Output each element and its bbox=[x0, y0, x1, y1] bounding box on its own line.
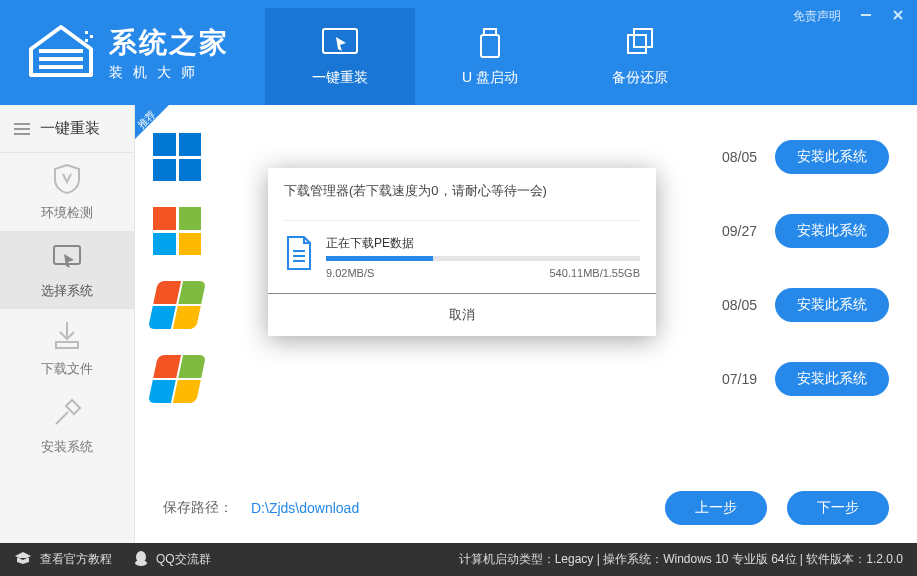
minimize-icon[interactable] bbox=[859, 8, 873, 25]
download-modal: 下载管理器(若下载速度为0，请耐心等待一会) 正在下载PE数据 9.02MB/S… bbox=[268, 168, 656, 336]
copy-icon bbox=[620, 27, 660, 59]
tools-icon bbox=[50, 396, 84, 430]
svg-rect-7 bbox=[634, 29, 652, 47]
windows7-icon bbox=[153, 281, 201, 329]
sidebar: 一键重装 环境检测 选择系统 下载文件 安装系统 bbox=[0, 105, 135, 543]
progress-bar bbox=[326, 256, 640, 261]
windows7-icon bbox=[153, 355, 201, 403]
app-subtitle: 装机大师 bbox=[109, 64, 229, 82]
list-item: 07/19 安装此系统 bbox=[153, 355, 889, 403]
svg-rect-1 bbox=[90, 35, 93, 38]
sidebar-item-download[interactable]: 下载文件 bbox=[0, 309, 134, 387]
modal-body: 正在下载PE数据 9.02MB/S 540.11MB/1.55GB bbox=[268, 210, 656, 293]
download-speed: 9.02MB/S bbox=[326, 267, 374, 279]
usb-icon bbox=[470, 27, 510, 59]
tab-label: 一键重装 bbox=[312, 69, 368, 87]
svg-rect-5 bbox=[481, 35, 499, 57]
modal-title: 下载管理器(若下载速度为0，请耐心等待一会) bbox=[268, 168, 656, 210]
logo-area: 系统之家 装机大师 bbox=[0, 0, 265, 105]
tab-usb-boot[interactable]: U 盘启动 bbox=[415, 8, 565, 105]
tutorial-label: 查看官方教程 bbox=[40, 551, 112, 568]
sidebar-item-env-check[interactable]: 环境检测 bbox=[0, 153, 134, 231]
sidebar-item-label: 选择系统 bbox=[41, 282, 93, 300]
install-button[interactable]: 安装此系统 bbox=[775, 140, 889, 174]
release-date: 07/19 bbox=[597, 371, 757, 387]
graduation-cap-icon bbox=[14, 551, 32, 568]
footer-row: 保存路径： D:\Zjds\download 上一步 下一步 bbox=[163, 491, 889, 525]
disclaimer-link[interactable]: 免责声明 bbox=[793, 8, 841, 25]
header: 系统之家 装机大师 一键重装 U 盘启动 备份还原 免责声明 bbox=[0, 0, 917, 105]
recommend-ribbon: 推荐 bbox=[135, 105, 183, 153]
window-controls: 免责声明 bbox=[793, 8, 905, 25]
hamburger-icon bbox=[14, 123, 30, 135]
sidebar-item-label: 环境检测 bbox=[41, 204, 93, 222]
install-button[interactable]: 安装此系统 bbox=[775, 362, 889, 396]
qq-label: QQ交流群 bbox=[156, 551, 211, 568]
save-path-value[interactable]: D:\Zjds\download bbox=[251, 500, 359, 516]
release-date: 08/05 bbox=[597, 149, 757, 165]
app-title: 系统之家 bbox=[109, 24, 229, 62]
tab-label: 备份还原 bbox=[612, 69, 668, 87]
cancel-button[interactable]: 取消 bbox=[268, 293, 656, 336]
tutorial-link[interactable]: 查看官方教程 bbox=[14, 551, 112, 568]
qq-icon bbox=[134, 550, 148, 569]
download-size: 540.11MB/1.55GB bbox=[549, 267, 640, 279]
sidebar-item-label: 下载文件 bbox=[41, 360, 93, 378]
save-path-label: 保存路径： bbox=[163, 499, 233, 517]
download-task-name: 正在下载PE数据 bbox=[326, 235, 640, 252]
close-icon[interactable] bbox=[891, 8, 905, 25]
logo-text: 系统之家 装机大师 bbox=[109, 24, 229, 82]
sidebar-item-select-system[interactable]: 选择系统 bbox=[0, 231, 134, 309]
file-icon bbox=[284, 235, 314, 271]
status-bar: 查看官方教程 QQ交流群 计算机启动类型：Legacy | 操作系统：Windo… bbox=[0, 543, 917, 576]
download-info: 正在下载PE数据 9.02MB/S 540.11MB/1.55GB bbox=[326, 235, 640, 279]
system-info: 计算机启动类型：Legacy | 操作系统：Windows 10 专业版 64位… bbox=[459, 551, 903, 568]
download-task: 正在下载PE数据 9.02MB/S 540.11MB/1.55GB bbox=[284, 220, 640, 279]
select-icon bbox=[50, 240, 84, 274]
shield-icon bbox=[50, 162, 84, 196]
logo-icon bbox=[25, 21, 97, 85]
prev-button[interactable]: 上一步 bbox=[665, 491, 767, 525]
tab-label: U 盘启动 bbox=[462, 69, 518, 87]
cursor-icon bbox=[320, 27, 360, 59]
install-button[interactable]: 安装此系统 bbox=[775, 214, 889, 248]
sidebar-title[interactable]: 一键重装 bbox=[0, 105, 134, 153]
tab-reinstall[interactable]: 一键重装 bbox=[265, 8, 415, 105]
sidebar-item-label: 安装系统 bbox=[41, 438, 93, 456]
download-stats: 9.02MB/S 540.11MB/1.55GB bbox=[326, 267, 640, 279]
svg-rect-6 bbox=[628, 35, 646, 53]
download-icon bbox=[50, 318, 84, 352]
nav-buttons: 上一步 下一步 bbox=[665, 491, 889, 525]
sidebar-title-label: 一键重装 bbox=[40, 119, 100, 138]
tab-backup[interactable]: 备份还原 bbox=[565, 8, 715, 105]
svg-rect-2 bbox=[85, 39, 88, 42]
svg-point-13 bbox=[135, 560, 147, 566]
install-button[interactable]: 安装此系统 bbox=[775, 288, 889, 322]
windows-color-icon bbox=[153, 207, 201, 255]
svg-rect-0 bbox=[85, 31, 88, 34]
next-button[interactable]: 下一步 bbox=[787, 491, 889, 525]
sidebar-item-install[interactable]: 安装系统 bbox=[0, 387, 134, 465]
qq-group-link[interactable]: QQ交流群 bbox=[134, 550, 211, 569]
